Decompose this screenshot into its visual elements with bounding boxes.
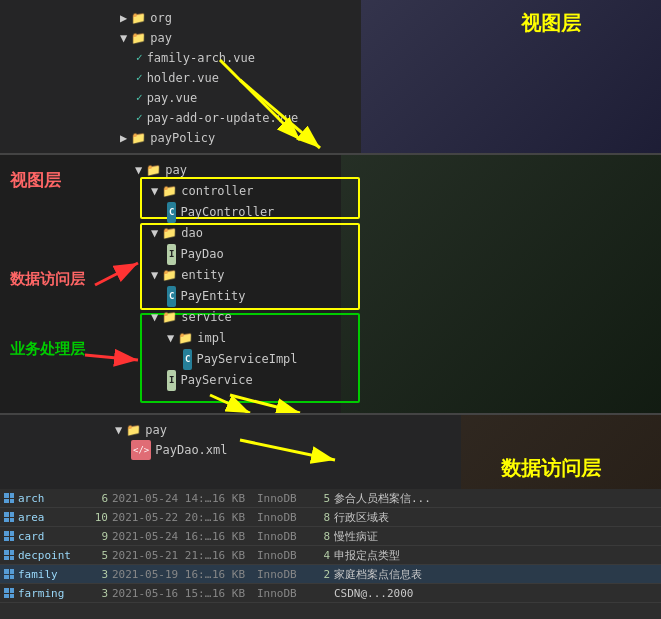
interface-icon: I [167,370,176,391]
tree-item: </> PayDao.xml [115,440,228,460]
table-cell-num2: 8 [312,511,334,524]
table-cell-num: 5 [86,549,112,562]
tree-item: C PayController [135,202,298,223]
tree-item: ▼ 📁 pay [115,420,228,440]
table-cell-date: 2021-05-24 16:... [112,530,212,543]
tree-item: ▼ 📁 service [135,307,298,328]
table-icon [4,588,14,598]
tree-item: ▼ 📁 controller [135,181,298,202]
folder-icon: 📁 [162,307,177,328]
table-bot: arch 6 2021-05-24 14:... 16 KB InnoDB 5 … [0,489,661,619]
panel-bot: 数据访问层 ▼ 📁 pay </> PayDao.xml arch 6 2021… [0,415,661,619]
table-icon [4,531,14,541]
table-cell-type: InnoDB [257,511,312,524]
table-cell-name: farming [18,587,86,600]
tree-item-label: org [150,8,172,28]
tree-item: ✓ holder.vue [120,68,298,88]
vue-icon: ✓ [136,48,143,68]
table-cell-size: 16 KB [212,587,257,600]
table-icon [4,550,14,560]
tree-item-label: PayDao [180,244,223,265]
table-cell-name: family [18,568,86,581]
tree-item: C PayEntity [135,286,298,307]
triangle-icon: ▼ [135,160,142,181]
table-cell-type: InnoDB [257,587,312,600]
table-cell-date: 2021-05-16 15:... [112,587,212,600]
panel-mid-background [341,155,661,415]
table-row: farming 3 2021-05-16 15:... 16 KB InnoDB… [0,584,661,603]
table-icon [4,493,14,503]
table-cell-type: InnoDB [257,568,312,581]
table-cell-desc: 家庭档案点信息表 [334,567,657,582]
table-cell-type: InnoDB [257,549,312,562]
vue-icon: ✓ [136,108,143,128]
tree-item: ▼ 📁 pay [135,160,298,181]
table-cell-desc: 行政区域表 [334,510,657,525]
tree-item-label: holder.vue [147,68,219,88]
table-cell-num2: 2 [312,568,334,581]
label-视图层-top: 视图层 [521,10,581,37]
class-icon: C [167,286,176,307]
table-cell-desc: 慢性病证 [334,529,657,544]
triangle-icon: ▶ [120,128,127,148]
table-cell-type: InnoDB [257,492,312,505]
table-cell-num2: 8 [312,530,334,543]
table-cell-num2: 4 [312,549,334,562]
class-icon: C [167,202,176,223]
table-row: card 9 2021-05-24 16:... 16 KB InnoDB 8 … [0,527,661,546]
tree-item-label: family-arch.vue [147,48,255,68]
tree-item-label: dao [181,223,203,244]
panel-top-background [361,0,661,155]
class-icon: C [183,349,192,370]
tree-item-label: pay [150,28,172,48]
tree-item: ▶ 📁 payPolicy [120,128,298,148]
tree-item-label: PayServiceImpl [196,349,297,370]
table-cell-name: decpoint [18,549,86,562]
label-业务处理층: 业务处理层 [10,340,85,359]
tree-item: I PayService [135,370,298,391]
table-cell-desc: CSDN@...2000 [334,587,657,600]
tree-item-label: entity [181,265,224,286]
tree-item-label: payPolicy [150,128,215,148]
table-cell-date: 2021-05-22 20:... [112,511,212,524]
table-cell-num: 3 [86,587,112,600]
tree-item: ▼ 📁 entity [135,265,298,286]
tree-top: ▶ 📁 org ▼ 📁 pay ✓ family-arch.vue ✓ hold… [120,8,298,148]
tree-item-label: pay.vue [147,88,198,108]
tree-item: ✓ pay-add-or-update.vue [120,108,298,128]
folder-icon: 📁 [131,8,146,28]
panel-mid: 视图层 数据访问层 业务处理层 ▼ 📁 pay ▼ 📁 controller C… [0,155,661,415]
triangle-icon: ▼ [120,28,127,48]
table-cell-num: 3 [86,568,112,581]
table-cell-date: 2021-05-21 21:... [112,549,212,562]
tree-item: ▼ 📁 pay [120,28,298,48]
vue-icon: ✓ [136,68,143,88]
table-row: family 3 2021-05-19 16:... 16 KB InnoDB … [0,565,661,584]
table-cell-date: 2021-05-24 14:... [112,492,212,505]
table-cell-size: 16 KB [212,492,257,505]
xml-icon: </> [131,440,151,460]
folder-icon: 📁 [131,28,146,48]
svg-line-6 [95,263,138,285]
tree-item-label: controller [181,181,253,202]
tree-item-label: PayService [180,370,252,391]
tree-item-label: pay [145,420,167,440]
folder-icon: 📁 [162,181,177,202]
table-cell-size: 16 KB [212,549,257,562]
table-row: area 10 2021-05-22 20:... 16 KB InnoDB 8… [0,508,661,527]
tree-item-label: PayEntity [180,286,245,307]
tree-item-label: pay-add-or-update.vue [147,108,299,128]
table-row: arch 6 2021-05-24 14:... 16 KB InnoDB 5 … [0,489,661,508]
svg-line-11 [240,440,335,460]
triangle-icon: ▼ [115,420,122,440]
triangle-icon: ▶ [120,8,127,28]
table-cell-num: 10 [86,511,112,524]
vue-icon: ✓ [136,88,143,108]
folder-icon: 📁 [131,128,146,148]
folder-icon: 📁 [162,265,177,286]
table-cell-date: 2021-05-19 16:... [112,568,212,581]
table-cell-type: InnoDB [257,530,312,543]
tree-item: ✓ family-arch.vue [120,48,298,68]
tree-item: ✓ pay.vue [120,88,298,108]
tree-item: ▼ 📁 impl [135,328,298,349]
